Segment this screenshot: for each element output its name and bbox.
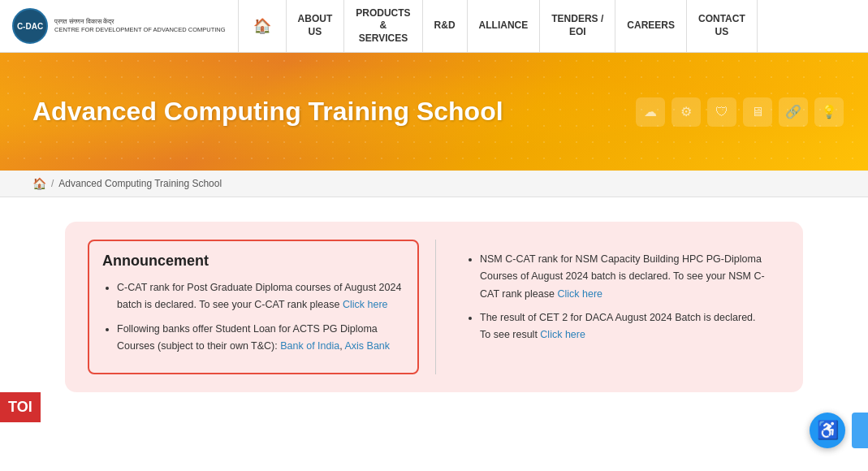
nav-item-careers[interactable]: CAREERS [615, 0, 687, 52]
tech-icon-monitor: 🖥 [743, 97, 772, 127]
axis-bank-link[interactable]: Axis Bank [344, 340, 390, 352]
announcement-title: Announcement [102, 253, 404, 270]
tech-icon-cpu: ⚙ [672, 97, 701, 127]
breadcrumb: 🏠 / Advanced Computing Training School [0, 171, 868, 197]
tech-icon-network: 🔗 [779, 97, 808, 127]
nav-item-products[interactable]: PRODUCTS&SERVICES [344, 0, 422, 52]
nav-item-rnd[interactable]: R&D [423, 0, 468, 52]
tech-icon-shield: 🛡 [707, 97, 736, 127]
nav-item-contact[interactable]: CONTACTUS [687, 0, 758, 52]
nav-item-alliance[interactable]: ALLIANCE [468, 0, 541, 52]
ann-right-item-2-text: The result of CET 2 for DACA August 2024… [480, 312, 756, 340]
nav-home-button[interactable]: 🏠 [239, 0, 287, 52]
tech-icon-bulb: 💡 [814, 97, 844, 127]
accessibility-side-panel [852, 413, 868, 417]
announcement-left: Announcement C-CAT rank for Post Graduat… [88, 240, 419, 374]
breadcrumb-separator: / [51, 178, 54, 189]
ann-right-item-1: NSM C-CAT rank for NSM Capacity Building… [480, 251, 767, 303]
bank-of-india-link[interactable]: Bank of India [280, 340, 339, 352]
ann-right-item-2: The result of CET 2 for DACA August 2024… [480, 309, 767, 344]
tech-icon-cloud: ☁ [636, 97, 665, 127]
toi-badge[interactable]: TOI [0, 392, 41, 417]
announcement-left-list: C-CAT rank for Post Graduate Diploma cou… [102, 279, 404, 355]
announcement-card: Announcement C-CAT rank for Post Graduat… [65, 222, 803, 392]
nsm-ccat-link[interactable]: Click here [557, 288, 602, 300]
breadcrumb-current-page: Advanced Computing Training School [58, 178, 222, 189]
nav-item-about[interactable]: ABOUTUS [287, 0, 345, 52]
logo-hindi: प्रगत संगणन विकास केंद्र [54, 18, 226, 27]
announcement-right: NSM C-CAT rank for NSM Capacity Building… [452, 240, 780, 374]
announcement-right-list: NSM C-CAT rank for NSM Capacity Building… [465, 251, 767, 344]
ccat-rank-link[interactable]: Click here [343, 299, 388, 310]
announcement-divider [435, 240, 436, 374]
hero-banner: Advanced Computing Training School ☁ ⚙ 🛡… [0, 53, 868, 171]
navbar: C-DAC प्रगत संगणन विकास केंद्र CENTRE FO… [0, 0, 868, 53]
ann-left-item-1: C-CAT rank for Post Graduate Diploma cou… [117, 279, 404, 314]
ann-left-item-2: Following banks offer Student Loan for A… [117, 321, 404, 356]
breadcrumb-home-icon[interactable]: 🏠 [32, 177, 46, 190]
logo-icon: C-DAC [12, 8, 48, 44]
ann-right-item-1-text: NSM C-CAT rank for NSM Capacity Building… [480, 253, 765, 300]
nav-item-tenders[interactable]: TENDERS /EOI [540, 0, 615, 52]
logo-area: C-DAC प्रगत संगणन विकास केंद्र CENTRE FO… [0, 0, 239, 52]
logo-english: CENTRE FOR DEVELOPMENT OF ADVANCED COMPU… [54, 26, 226, 35]
cet2-result-link[interactable]: Click here [540, 329, 585, 340]
main-content: Announcement C-CAT rank for Post Graduat… [0, 197, 868, 417]
logo-text-block: प्रगत संगणन विकास केंद्र CENTRE FOR DEVE… [54, 18, 226, 35]
hero-title: Advanced Computing Training School [32, 97, 503, 127]
hero-icons-area: ☁ ⚙ 🛡 🖥 🔗 💡 [636, 61, 844, 162]
